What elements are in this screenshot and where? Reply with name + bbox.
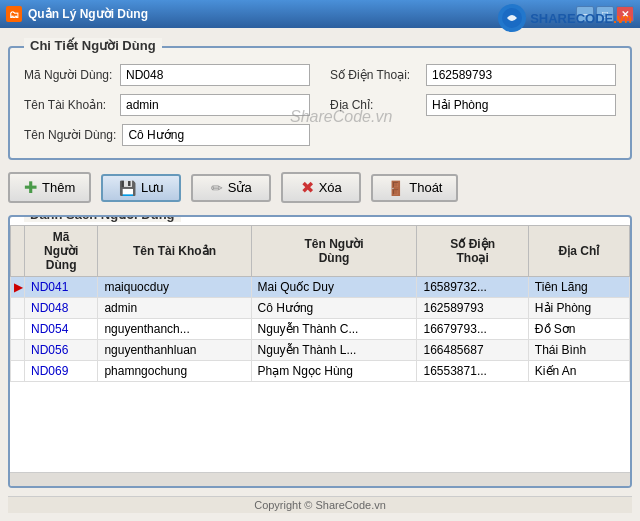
- luu-icon: 💾: [119, 180, 136, 196]
- them-label: Thêm: [42, 180, 75, 195]
- col-ma: MãNgườiDùng: [25, 226, 98, 277]
- table-row[interactable]: ▶ND041maiquocduyMai Quốc Duy16589732...T…: [11, 277, 630, 298]
- cell-tenNguoi: Nguyễn Thành L...: [251, 340, 417, 361]
- col-ten-nguoi: Tên NgườiDùng: [251, 226, 417, 277]
- buttons-row: ✚ Thêm 💾 Lưu ✏ Sửa ✖ Xóa 🚪 Thoát: [8, 168, 632, 207]
- dia-chi-row: Địa Chỉ:: [330, 94, 616, 116]
- luu-button[interactable]: 💾 Lưu: [101, 174, 181, 202]
- row-indicator: ▶: [11, 277, 25, 298]
- horizontal-scrollbar[interactable]: [10, 472, 630, 486]
- col-dien-thoai: Số ĐiệnThoại: [417, 226, 528, 277]
- cell-diaChi: Thái Bình: [528, 340, 629, 361]
- col-indicator: [11, 226, 25, 277]
- table-body: ▶ND041maiquocduyMai Quốc Duy16589732...T…: [11, 277, 630, 382]
- table-row[interactable]: ND056nguyenthanhluanNguyễn Thành L...166…: [11, 340, 630, 361]
- xoa-button[interactable]: ✖ Xóa: [281, 172, 361, 203]
- cell-dienThoai: 16679793...: [417, 319, 528, 340]
- them-icon: ✚: [24, 178, 37, 197]
- table-row[interactable]: ND054nguyenthanch...Nguyễn Thành C...166…: [11, 319, 630, 340]
- copyright-text: Copyright © ShareCode.vn: [254, 499, 386, 511]
- empty-row: [330, 124, 616, 146]
- so-dien-thoai-label: Số Điện Thoại:: [330, 68, 420, 82]
- cell-ma: ND056: [25, 340, 98, 361]
- table-row[interactable]: ND069phamngochungPhạm Ngọc Hùng16553871.…: [11, 361, 630, 382]
- them-button[interactable]: ✚ Thêm: [8, 172, 91, 203]
- ten-nguoi-dung-label: Tên Người Dùng:: [24, 128, 116, 142]
- ten-nguoi-dung-row: Tên Người Dùng:: [24, 124, 310, 146]
- chi-tiet-title: Chi Tiết Người Dùng: [24, 38, 162, 53]
- row-indicator: [11, 340, 25, 361]
- ma-nguoi-dung-input[interactable]: [120, 64, 310, 86]
- sua-icon: ✏: [211, 180, 223, 196]
- cell-diaChi: Đồ Sơn: [528, 319, 629, 340]
- cell-taiKhoan: nguyenthanhluan: [98, 340, 251, 361]
- ten-tai-khoan-label: Tên Tài Khoản:: [24, 98, 114, 112]
- table-header-row: MãNgườiDùng Tên Tài Khoản Tên NgườiDùng …: [11, 226, 630, 277]
- row-indicator: [11, 298, 25, 319]
- ten-tai-khoan-row: Tên Tài Khoản:: [24, 94, 310, 116]
- cell-diaChi: Hải Phòng: [528, 298, 629, 319]
- logo-main: SHARECODE: [530, 11, 613, 26]
- cell-tenNguoi: Mai Quốc Duy: [251, 277, 417, 298]
- cell-diaChi: Tiên Lãng: [528, 277, 629, 298]
- cell-ma: ND041: [25, 277, 98, 298]
- cell-ma: ND048: [25, 298, 98, 319]
- thoat-button[interactable]: 🚪 Thoát: [371, 174, 458, 202]
- user-table: MãNgườiDùng Tên Tài Khoản Tên NgườiDùng …: [10, 225, 630, 382]
- dia-chi-input[interactable]: [426, 94, 616, 116]
- danh-sach-title: Danh Sách Người Dùng: [24, 215, 181, 222]
- col-dia-chi: Địa Chỉ: [528, 226, 629, 277]
- cell-dienThoai: 162589793: [417, 298, 528, 319]
- so-dien-thoai-input[interactable]: [426, 64, 616, 86]
- dia-chi-label: Địa Chỉ:: [330, 98, 420, 112]
- table-wrapper[interactable]: MãNgườiDùng Tên Tài Khoản Tên NgườiDùng …: [10, 225, 630, 472]
- chi-tiet-section: Chi Tiết Người Dùng ShareCode.vn Mã Ngườ…: [8, 46, 632, 160]
- cell-ma: ND054: [25, 319, 98, 340]
- cell-taiKhoan: maiquocduy: [98, 277, 251, 298]
- cell-taiKhoan: nguyenthanch...: [98, 319, 251, 340]
- thoat-icon: 🚪: [387, 180, 404, 196]
- ten-tai-khoan-input[interactable]: [120, 94, 310, 116]
- cell-diaChi: Kiến An: [528, 361, 629, 382]
- app-icon: 🗂: [6, 6, 22, 22]
- logo-badge: SHARECODE.vn: [498, 4, 632, 32]
- cell-tenNguoi: Phạm Ngọc Hùng: [251, 361, 417, 382]
- cell-dienThoai: 16589732...: [417, 277, 528, 298]
- so-dien-thoai-row: Số Điện Thoại:: [330, 64, 616, 86]
- xoa-label: Xóa: [319, 180, 342, 195]
- cell-ma: ND069: [25, 361, 98, 382]
- xoa-icon: ✖: [301, 178, 314, 197]
- logo-circle: [498, 4, 526, 32]
- cell-dienThoai: 16553871...: [417, 361, 528, 382]
- sua-label: Sửa: [228, 180, 252, 195]
- logo-text: SHARECODE.vn: [530, 11, 632, 26]
- cell-tenNguoi: Cô Hướng: [251, 298, 417, 319]
- cell-tenNguoi: Nguyễn Thành C...: [251, 319, 417, 340]
- row-indicator: [11, 361, 25, 382]
- danh-sach-section: Danh Sách Người Dùng MãNgườiDùng Tên Tài…: [8, 215, 632, 488]
- ma-nguoi-dung-row: Mã Người Dùng:: [24, 64, 310, 86]
- luu-label: Lưu: [141, 180, 163, 195]
- window-body: SHARECODE.vn Chi Tiết Người Dùng ShareCo…: [0, 28, 640, 521]
- cell-taiKhoan: phamngochung: [98, 361, 251, 382]
- form-grid: Mã Người Dùng: Số Điện Thoại: Tên Tài Kh…: [24, 64, 616, 146]
- window-title: Quản Lý Người Dùng: [28, 7, 148, 21]
- title-bar-left: 🗂 Quản Lý Người Dùng: [6, 6, 148, 22]
- ma-nguoi-dung-label: Mã Người Dùng:: [24, 68, 114, 82]
- table-row[interactable]: ND048adminCô Hướng162589793Hải Phòng: [11, 298, 630, 319]
- cell-taiKhoan: admin: [98, 298, 251, 319]
- logo-accent: .vn: [613, 11, 632, 26]
- col-tai-khoan: Tên Tài Khoản: [98, 226, 251, 277]
- thoat-label: Thoát: [409, 180, 442, 195]
- ten-nguoi-dung-input[interactable]: [122, 124, 310, 146]
- row-indicator: [11, 319, 25, 340]
- sua-button[interactable]: ✏ Sửa: [191, 174, 271, 202]
- footer: Copyright © ShareCode.vn: [8, 496, 632, 513]
- cell-dienThoai: 166485687: [417, 340, 528, 361]
